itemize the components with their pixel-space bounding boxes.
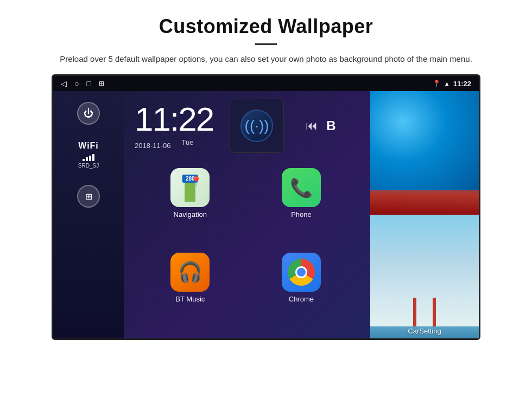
location-icon: 📍 (433, 80, 441, 87)
sidebar: ⏻ WiFi SRD_SJ ⊞ (53, 91, 124, 338)
media-icon: ((·)) (240, 110, 273, 142)
clock-date: 2018-11-06 (135, 142, 171, 150)
page-title: Customized Wallpaper (33, 15, 499, 38)
chrome-inner-circle (295, 266, 307, 278)
android-screen-wrapper: ◁ ○ □ ⊞ 📍 ▲ 11:22 ⏻ WiFi (49, 74, 483, 340)
headphone-icon: 🎧 (178, 261, 202, 284)
recents-icon[interactable]: □ (86, 79, 91, 88)
status-bar-right: 📍 ▲ 11:22 (433, 80, 471, 88)
home-icon[interactable]: ○ (74, 79, 79, 88)
main-content: ⏻ WiFi SRD_SJ ⊞ (53, 91, 479, 338)
wifi-bars (78, 152, 99, 161)
chrome-circle (288, 259, 315, 286)
clock-time: 11:22 (135, 102, 213, 136)
wallpaper-preview-bridge[interactable] (370, 215, 479, 338)
title-divider (255, 43, 277, 45)
chrome-label: Chrome (289, 295, 314, 303)
navigation-icon: 280 📍 (170, 168, 210, 207)
power-icon: ⏻ (84, 108, 93, 119)
status-bar: ◁ ○ □ ⊞ 📍 ▲ 11:22 (53, 76, 479, 91)
app-item-navigation[interactable]: 280 📍 Navigation (135, 164, 246, 248)
chrome-outer-ring (288, 259, 315, 286)
phone-icon: 📞 (282, 168, 321, 207)
signal-icon: ▲ (444, 80, 450, 87)
wallpaper-preview-ice[interactable] (370, 91, 479, 215)
clock-display: 11:22 2018-11-06 Tue (135, 102, 213, 150)
app-item-phone[interactable]: 📞 Phone (246, 164, 357, 248)
media-widget: ((·)) (230, 99, 284, 153)
status-time: 11:22 (453, 80, 471, 88)
header-description: Preload over 5 default wallpaper options… (33, 53, 499, 66)
bluetooth-label: B (326, 118, 335, 133)
wifi-network-name: SRD_SJ (78, 163, 99, 169)
app-item-bt-music[interactable]: 🎧 BT Music (135, 248, 246, 333)
chrome-icon (282, 253, 321, 292)
back-icon[interactable]: ◁ (61, 79, 67, 88)
prev-track-icon[interactable]: ⏮ (306, 119, 318, 133)
wifi-label: WiFi (78, 141, 99, 151)
power-button[interactable]: ⏻ (77, 102, 100, 125)
phone-label: Phone (291, 210, 312, 219)
apps-grid-button[interactable]: ⊞ (77, 185, 100, 208)
status-bar-left: ◁ ○ □ ⊞ (61, 79, 104, 88)
bt-music-icon: 🎧 (170, 253, 210, 292)
wifi-widget: WiFi SRD_SJ (78, 141, 99, 169)
navigation-label: Navigation (174, 210, 207, 219)
wifi-media-icon: ((·)) (245, 117, 269, 134)
clock-date-row: 2018-11-06 Tue (135, 138, 213, 150)
bt-music-label: BT Music (175, 295, 205, 303)
wallpaper-previews: CarSetting (370, 91, 479, 338)
grid-icon: ⊞ (85, 191, 92, 202)
screenshot-icon[interactable]: ⊞ (99, 80, 104, 87)
android-device: ◁ ○ □ ⊞ 📍 ▲ 11:22 ⏻ WiFi (52, 74, 480, 340)
clock-day: Tue (182, 138, 194, 150)
media-controls: ⏮ B (306, 118, 335, 133)
map-pin-icon: 📍 (190, 176, 202, 188)
app-item-chrome[interactable]: Chrome (246, 248, 357, 333)
carsetting-label: CarSetting (370, 327, 479, 335)
phone-symbol: 📞 (290, 177, 313, 198)
page-header: Customized Wallpaper Preload over 5 defa… (0, 0, 532, 74)
